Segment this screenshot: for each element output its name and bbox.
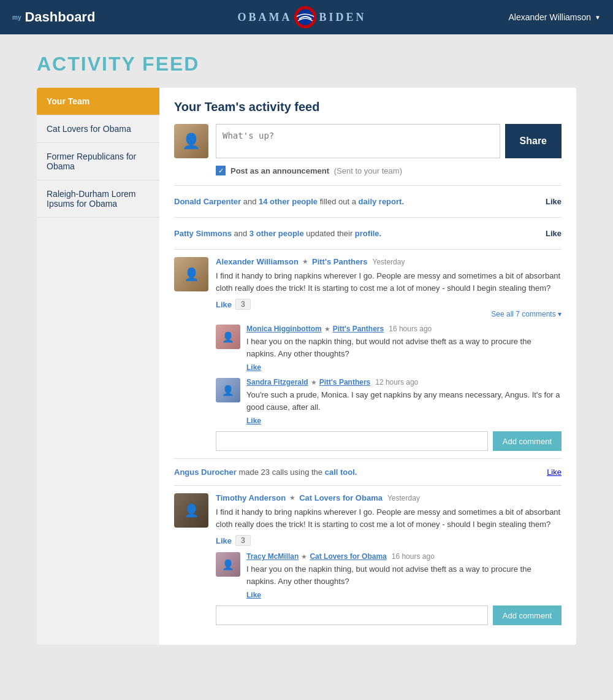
add-comment-row-1: Add comment: [216, 431, 562, 451]
timothy-avatar: 👤: [174, 493, 208, 528]
monica-avatar: 👤: [216, 325, 240, 349]
sidebar-item-raleigh[interactable]: Raleigh-Durham Lorem Ipsums for Obama: [37, 180, 159, 218]
call-tool-link[interactable]: call tool.: [325, 467, 357, 477]
post-box: 👤 Share: [174, 124, 562, 158]
angus-link[interactable]: Angus Durocher: [174, 467, 237, 477]
sidebar-item-former-republicans[interactable]: Former Republicans for Obama: [37, 143, 159, 180]
dropdown-arrow-icon: ▼: [595, 14, 601, 21]
alexander-avatar-img: 👤: [174, 257, 208, 291]
pitts-panthers-link-1[interactable]: Pitt's Panthers: [312, 257, 368, 266]
activity-line-angus: Angus Durocher made 23 calls using the c…: [174, 458, 562, 486]
activity-line-patty-text: Patty Simmons and 3 other people updated…: [174, 229, 381, 238]
header: my Dashboard OBAMA BIDEN Alexander Willi…: [0, 0, 613, 34]
timothy-post-body: Timothy Anderson ★ Cat Lovers for Obama …: [216, 493, 562, 546]
daily-report-link[interactable]: daily report.: [359, 197, 404, 206]
sandra-comment-text: You're such a prude, Monica. I say get n…: [246, 389, 562, 413]
sidebar: Your Team Cat Lovers for Obama Former Re…: [37, 88, 159, 645]
sandra-like-button[interactable]: Like: [246, 417, 261, 425]
alexander-author-link[interactable]: Alexander Williamson: [216, 257, 299, 266]
obama-text: OBAMA: [237, 11, 292, 24]
feed-area: Your Team's activity feed 👤 Share ✓ Post…: [159, 88, 576, 645]
timothy-post-time: Yesterday: [387, 494, 420, 502]
timothy-like-count: 3: [235, 535, 251, 546]
current-user-avatar: 👤: [174, 124, 208, 158]
see-all-comments[interactable]: See all 7 comments ▾: [174, 310, 562, 318]
post-input-area: Share: [216, 124, 562, 158]
profile-link[interactable]: profile.: [355, 229, 381, 238]
tracy-comment-time: 16 hours ago: [392, 552, 435, 561]
sandra-avatar-img: 👤: [216, 378, 240, 402]
alexander-like-button[interactable]: Like: [216, 300, 232, 309]
comment-monica: 👤 Monica Higginbottom ★ Pitt's Panthers …: [216, 325, 562, 372]
sidebar-item-your-team[interactable]: Your Team: [37, 88, 159, 115]
donald-link[interactable]: Donald Carpenter: [174, 197, 241, 206]
monica-comment-meta: Monica Higginbottom ★ Pitt's Panthers 16…: [246, 325, 562, 333]
donald-other-link[interactable]: 14 other people: [259, 197, 318, 206]
post-separator-1: ★: [302, 258, 308, 266]
alexander-like-count: 3: [235, 299, 251, 310]
alexander-post-body: Alexander Williamson ★ Pitt's Panthers Y…: [216, 257, 562, 310]
tracy-comment-body: Tracy McMillan ★ Cat Lovers for Obama 16…: [246, 552, 562, 599]
monica-comment-body: Monica Higginbottom ★ Pitt's Panthers 16…: [246, 325, 562, 372]
tracy-author-link[interactable]: Tracy McMillan: [246, 552, 299, 561]
timothy-post-text: I find it handy to bring napkins whereve…: [216, 506, 562, 530]
cat-lovers-link[interactable]: Cat Lovers for Obama: [299, 493, 383, 502]
patty-link[interactable]: Patty Simmons: [174, 229, 232, 238]
sandra-comment-body: Sandra Fitzgerald ★ Pitt's Panthers 12 h…: [246, 378, 562, 425]
comment-input-1[interactable]: [216, 431, 488, 451]
biden-text: BIDEN: [319, 11, 366, 24]
tracy-avatar-img: 👤: [216, 552, 240, 577]
post-timothy-header: 👤 Timothy Anderson ★ Cat Lovers for Obam…: [174, 493, 562, 546]
comment-sandra: 👤 Sandra Fitzgerald ★ Pitt's Panthers 12…: [216, 378, 562, 425]
my-label: my: [12, 14, 21, 21]
add-comment-button-2[interactable]: Add comment: [493, 606, 562, 625]
monica-avatar-img: 👤: [216, 325, 240, 349]
sidebar-item-cat-lovers[interactable]: Cat Lovers for Obama: [37, 115, 159, 143]
feed-title: Your Team's activity feed: [174, 100, 562, 114]
dashboard-logo[interactable]: my Dashboard: [12, 9, 95, 25]
cat-lovers-link-2[interactable]: Cat Lovers for Obama: [310, 552, 386, 561]
divider-1: [174, 185, 562, 186]
like-button-patty[interactable]: Like: [546, 229, 562, 238]
monica-comment-text: I hear you on the napkin thing, but woul…: [246, 336, 562, 360]
like-button-angus[interactable]: Like: [547, 467, 562, 477]
user-name: Alexander Williamson: [508, 12, 591, 22]
announcement-label: Post as an announcement (Sent to your te…: [230, 166, 402, 175]
add-comment-row-2: Add comment: [216, 606, 562, 625]
comment-sep-tracy: ★: [301, 553, 307, 561]
sandra-avatar: 👤: [216, 378, 240, 402]
add-comment-button-1[interactable]: Add comment: [493, 431, 562, 451]
announcement-checkbox[interactable]: ✓: [216, 166, 226, 175]
post-alexander-header: 👤 Alexander Williamson ★ Pitt's Panthers…: [174, 257, 562, 310]
page-content: ACTIVITY FEED Your Team Cat Lovers for O…: [25, 53, 588, 645]
activity-line-donald: Donald Carpenter and 14 other people fil…: [174, 191, 562, 212]
post-alexander: 👤 Alexander Williamson ★ Pitt's Panthers…: [174, 257, 562, 451]
pitts-panthers-link-2[interactable]: Pitt's Panthers: [333, 325, 384, 333]
comment-input-2[interactable]: [216, 606, 488, 625]
announcement-sub: (Sent to your team): [334, 166, 402, 175]
sandra-comment-time: 12 hours ago: [375, 378, 418, 387]
tracy-like-button[interactable]: Like: [246, 591, 261, 599]
alexander-post-actions: Like 3: [216, 299, 562, 310]
patty-other-link[interactable]: 3 other people: [249, 229, 304, 238]
user-menu[interactable]: Alexander Williamson ▼: [508, 12, 601, 22]
alexander-post-text: I find it handy to bring napkins whereve…: [216, 270, 562, 294]
activity-line-patty: Patty Simmons and 3 other people updated…: [174, 223, 562, 244]
post-input[interactable]: [216, 124, 500, 158]
timothy-post-meta: Timothy Anderson ★ Cat Lovers for Obama …: [216, 493, 562, 502]
sandra-author-link[interactable]: Sandra Fitzgerald: [246, 378, 308, 387]
like-button-donald[interactable]: Like: [546, 197, 562, 206]
timothy-like-button[interactable]: Like: [216, 536, 232, 545]
alexander-post-time: Yesterday: [373, 258, 405, 266]
monica-author-link[interactable]: Monica Higginbottom: [246, 325, 322, 333]
timothy-author-link[interactable]: Timothy Anderson: [216, 493, 286, 502]
angus-activity-text: Angus Durocher made 23 calls using the c…: [174, 467, 357, 477]
share-button[interactable]: Share: [505, 124, 562, 158]
tracy-comment-text: I hear you on the napkin thing, but woul…: [246, 563, 562, 587]
alexander-avatar: 👤: [174, 257, 208, 291]
main-card: Your Team Cat Lovers for Obama Former Re…: [37, 88, 576, 645]
monica-like-button[interactable]: Like: [246, 363, 261, 372]
tracy-avatar: 👤: [216, 552, 240, 577]
pitts-panthers-link-3[interactable]: Pitt's Panthers: [319, 378, 371, 387]
current-user-avatar-img: 👤: [174, 124, 208, 158]
